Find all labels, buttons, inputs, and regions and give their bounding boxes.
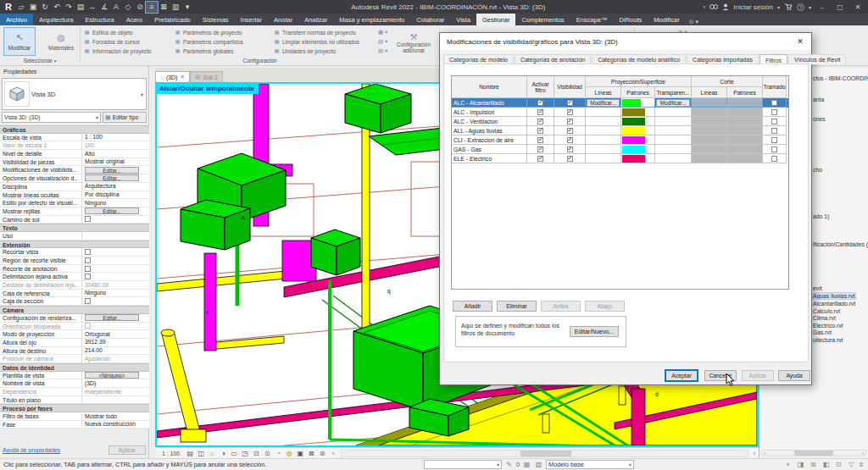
property-value[interactable] bbox=[82, 273, 149, 280]
browser-item[interactable]: uitectura.rvt bbox=[813, 337, 843, 343]
cut-pattern-cell[interactable] bbox=[727, 108, 763, 117]
property-value[interactable] bbox=[82, 297, 149, 305]
enable-filter-checkbox[interactable] bbox=[537, 128, 543, 134]
property-checkbox[interactable] bbox=[85, 257, 91, 263]
property-row[interactable]: Recorte de anotación bbox=[0, 265, 149, 274]
visibility[interactable] bbox=[554, 126, 586, 135]
property-row[interactable]: Modo de proyecciónOrtogonal bbox=[0, 330, 149, 339]
enable-filter[interactable] bbox=[527, 98, 554, 108]
projection-lines-cell[interactable] bbox=[586, 117, 621, 126]
select-by-face-icon[interactable]: ◧ bbox=[821, 460, 831, 469]
transparency-cell[interactable] bbox=[655, 154, 692, 163]
manage-links-icon[interactable]: ▨ ▾ bbox=[378, 47, 387, 55]
help-button[interactable]: Ayuda bbox=[778, 370, 810, 381]
property-checkbox[interactable] bbox=[85, 266, 91, 272]
halftone-cell[interactable] bbox=[763, 117, 787, 126]
halftone-cell[interactable] bbox=[763, 108, 787, 117]
property-edit-button[interactable]: Editar... bbox=[85, 207, 139, 214]
property-row[interactable]: Nivel de detalleAlto bbox=[0, 150, 149, 158]
property-row[interactable]: Escala de vista1 : 100 bbox=[0, 134, 149, 142]
filter-icon[interactable]: ▽ bbox=[847, 460, 856, 469]
close-button[interactable]: ✕ bbox=[851, 3, 865, 11]
ribbon-tab-modificar[interactable]: Modificar bbox=[648, 14, 685, 25]
edit-new-button[interactable]: Editar/Nuevo... bbox=[570, 326, 619, 337]
transparency-cell[interactable]: Modificar... bbox=[655, 98, 692, 108]
modify-tool-button[interactable]: ↖ Modificar bbox=[3, 27, 36, 56]
browser-horizontal-scrollbar[interactable]: ‹ › bbox=[761, 450, 866, 456]
edit-type-button[interactable]: ▦ Editar tipo bbox=[103, 112, 147, 123]
transparency-cell[interactable] bbox=[655, 117, 692, 126]
design-options-combo[interactable]: Modelo base▾ bbox=[546, 460, 634, 469]
projection-pattern-cell[interactable] bbox=[621, 117, 655, 126]
shadows-icon[interactable]: ◑ bbox=[218, 449, 229, 458]
signin-label[interactable]: Iniciar sesión bbox=[733, 3, 773, 11]
col-header-activar[interactable]: Activar filtro bbox=[527, 76, 554, 98]
property-value[interactable]: Independiente bbox=[82, 388, 149, 395]
customize-qat-icon[interactable]: ▾ bbox=[181, 2, 193, 13]
ribbon-tab-prefabricado[interactable]: Prefabricado bbox=[148, 14, 197, 25]
filter-row[interactable]: ALC - Impulsion bbox=[452, 108, 788, 117]
pattern-color-swatch[interactable] bbox=[622, 136, 645, 144]
text-icon[interactable]: A bbox=[110, 2, 122, 13]
view-tab-sub2[interactable]: ▤ Sub 2 bbox=[190, 71, 223, 82]
enable-filter[interactable] bbox=[527, 126, 554, 135]
projection-pattern-cell[interactable] bbox=[621, 126, 655, 135]
property-value[interactable] bbox=[82, 216, 149, 224]
temporary-hide-isolate-icon[interactable]: ◔ bbox=[273, 449, 284, 458]
cut-lines-cell[interactable] bbox=[692, 145, 727, 154]
property-value[interactable]: 30480.00 bbox=[82, 281, 149, 289]
property-value[interactable]: 1 : 100 bbox=[82, 134, 149, 141]
cut-lines-cell[interactable] bbox=[692, 126, 727, 135]
sync-icon[interactable]: ↻ bbox=[39, 2, 51, 13]
property-value[interactable]: 214.00 bbox=[82, 347, 149, 355]
visibility[interactable] bbox=[554, 135, 586, 145]
enable-filter[interactable] bbox=[527, 135, 554, 145]
visibility[interactable] bbox=[554, 145, 586, 154]
ribbon-tab-archivo[interactable]: Archivo bbox=[0, 14, 33, 25]
default-3d-view-icon[interactable]: ◇ bbox=[122, 2, 134, 13]
projection-lines-cell[interactable] bbox=[586, 135, 621, 145]
property-checkbox[interactable] bbox=[85, 298, 91, 304]
property-row[interactable]: Estilo por defecto de visuali...Ninguno bbox=[0, 199, 149, 207]
scrollbar-thumb[interactable] bbox=[520, 451, 571, 456]
browser-item[interactable]: Alcantarillado.rvt bbox=[813, 301, 855, 307]
pattern-color-swatch[interactable] bbox=[622, 146, 645, 153]
browser-item[interactable]: ones bbox=[813, 116, 826, 122]
property-value[interactable] bbox=[82, 248, 149, 256]
browser-item[interactable]: anta bbox=[813, 97, 824, 102]
ribbon-tab-arquitectura[interactable]: Arquitectura bbox=[33, 14, 79, 25]
halftone-checkbox[interactable] bbox=[771, 156, 777, 162]
halftone-checkbox[interactable] bbox=[771, 147, 777, 152]
property-row[interactable]: Título en plano bbox=[0, 396, 149, 405]
browser-item[interactable]: ificación/Cantidades (to bbox=[813, 241, 868, 247]
ribbon-tab-analizar[interactable]: Analizar bbox=[298, 14, 333, 25]
property-value[interactable]: Arquitectura bbox=[82, 183, 149, 191]
visibility[interactable] bbox=[554, 154, 586, 163]
pattern-color-swatch[interactable] bbox=[622, 108, 645, 116]
collapse-icon[interactable]: ‹ bbox=[328, 449, 339, 458]
dimension-icon[interactable]: ∡ bbox=[98, 2, 110, 13]
visibility-checkbox[interactable] bbox=[567, 156, 573, 162]
property-row[interactable]: Altura del ojo3912.39 bbox=[0, 339, 149, 347]
property-checkbox[interactable] bbox=[85, 323, 91, 329]
help-icon[interactable]: ? bbox=[797, 3, 804, 11]
main-model-icon[interactable]: ▧ ▾ bbox=[378, 37, 387, 46]
visibility[interactable] bbox=[554, 98, 586, 108]
ribbon-tab-estructura[interactable]: Estructura bbox=[79, 14, 120, 25]
show-crop-icon[interactable]: ⊡ bbox=[251, 449, 262, 458]
constraints-icon[interactable]: ⊘ bbox=[317, 449, 328, 458]
crop-view-icon[interactable]: ◳ bbox=[240, 449, 251, 458]
select-pinned-icon[interactable]: ⊞ bbox=[809, 460, 818, 469]
property-edit-button[interactable]: Editar... bbox=[85, 167, 139, 174]
property-value[interactable]: Editar... bbox=[82, 174, 149, 182]
cut-pattern-cell[interactable] bbox=[727, 154, 763, 163]
property-row[interactable]: Opciones de visualización d...Editar... bbox=[0, 174, 149, 183]
view-tab-3d[interactable]: ⌂ (3D) ✕ bbox=[155, 71, 190, 82]
temporary-properties-icon[interactable]: ▣ bbox=[295, 449, 306, 458]
property-row[interactable]: Altura de destino214.00 bbox=[0, 347, 149, 356]
col-header-visibilidad[interactable]: Visibilidad bbox=[554, 76, 586, 98]
ribbon-item-estilos-de-objeto[interactable]: ▦Estilos de objeto bbox=[84, 28, 152, 36]
property-value[interactable]: Ortogonal bbox=[82, 330, 149, 338]
property-value[interactable]: Ajustando bbox=[82, 355, 149, 362]
property-value[interactable]: Nueva construcción bbox=[82, 421, 149, 429]
